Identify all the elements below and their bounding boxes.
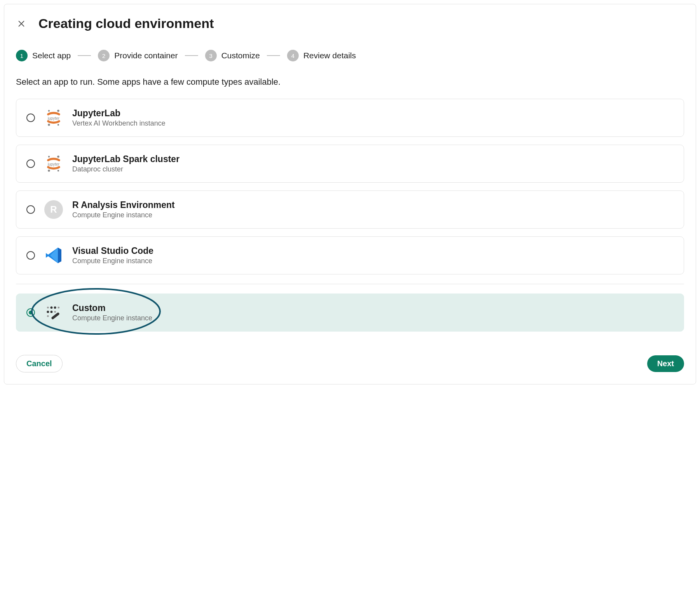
step-label: Customize <box>221 51 260 60</box>
svg-point-3 <box>57 110 59 112</box>
next-button[interactable]: Next <box>647 355 684 372</box>
dialog-title: Creating cloud environment <box>38 16 214 31</box>
svg-point-10 <box>48 169 50 172</box>
option-jupyterlab[interactable]: jupyter JupyterLab Vertex AI Workbench i… <box>16 99 684 137</box>
dialog-footer: Cancel Next <box>16 355 684 372</box>
option-subtitle: Vertex AI Workbench instance <box>72 119 165 128</box>
option-r-analysis[interactable]: R R Analysis Environment Compute Engine … <box>16 190 684 229</box>
step-customize[interactable]: 3 Customize <box>205 50 260 61</box>
step-badge: 3 <box>205 50 217 61</box>
option-title: JupyterLab Spark cluster <box>72 154 179 164</box>
svg-point-17 <box>47 311 49 313</box>
svg-point-2 <box>48 110 50 112</box>
r-icon: R <box>44 199 64 220</box>
step-connector <box>78 55 91 56</box>
svg-point-14 <box>50 306 53 309</box>
svg-point-19 <box>54 311 56 313</box>
option-text: JupyterLab Vertex AI Workbench instance <box>72 108 165 128</box>
stepper: 1 Select app 2 Provide container 3 Custo… <box>16 50 684 61</box>
step-connector <box>185 55 198 56</box>
option-subtitle: Compute Engine instance <box>72 257 153 265</box>
svg-text:jupyter: jupyter <box>47 116 60 121</box>
svg-point-11 <box>57 170 59 171</box>
option-title: R Analysis Environment <box>72 200 175 210</box>
jupyter-icon: jupyter <box>44 108 64 128</box>
radio-input[interactable] <box>26 308 35 317</box>
svg-point-16 <box>57 307 59 309</box>
svg-point-20 <box>47 315 49 317</box>
option-jupyterlab-spark[interactable]: jupyter JupyterLab Spark cluster Datapro… <box>16 145 684 183</box>
close-button[interactable] <box>16 18 27 29</box>
svg-point-7 <box>48 156 50 157</box>
option-title: Visual Studio Code <box>72 246 153 256</box>
step-label: Select app <box>32 51 71 60</box>
step-review-details[interactable]: 4 Review details <box>287 50 356 61</box>
option-text: Visual Studio Code Compute Engine instan… <box>72 246 153 265</box>
dialog-header: Creating cloud environment <box>16 16 684 31</box>
options-divider <box>16 284 684 284</box>
svg-point-15 <box>54 306 56 309</box>
option-subtitle: Dataproc cluster <box>72 165 179 173</box>
option-subtitle: Compute Engine instance <box>72 314 152 322</box>
option-text: Custom Compute Engine instance <box>72 303 152 322</box>
radio-input[interactable] <box>26 205 35 214</box>
app-options-list: jupyter JupyterLab Vertex AI Workbench i… <box>16 99 684 332</box>
r-letter: R <box>44 200 63 219</box>
step-label: Provide container <box>114 51 178 60</box>
svg-rect-21 <box>51 312 60 320</box>
option-custom[interactable]: Custom Compute Engine instance <box>16 294 684 332</box>
radio-input[interactable] <box>26 251 35 260</box>
svg-point-6 <box>57 124 59 126</box>
radio-input[interactable] <box>26 114 35 122</box>
svg-point-13 <box>47 307 49 309</box>
close-icon <box>17 19 26 28</box>
svg-point-8 <box>57 155 59 158</box>
create-cloud-env-dialog: Creating cloud environment 1 Select app … <box>4 4 696 384</box>
custom-icon <box>44 302 64 323</box>
step-select-app[interactable]: 1 Select app <box>16 50 71 61</box>
option-subtitle: Compute Engine instance <box>72 211 175 219</box>
cancel-button[interactable]: Cancel <box>16 355 63 372</box>
option-text: R Analysis Environment Compute Engine in… <box>72 200 175 219</box>
instruction-text: Select an app to run. Some apps have a f… <box>16 77 684 87</box>
svg-point-5 <box>48 124 50 126</box>
option-vscode[interactable]: Visual Studio Code Compute Engine instan… <box>16 236 684 274</box>
step-label: Review details <box>303 51 356 60</box>
step-badge: 1 <box>16 50 28 61</box>
step-badge: 2 <box>98 50 110 61</box>
option-text: JupyterLab Spark cluster Dataproc cluste… <box>72 154 179 173</box>
step-provide-container[interactable]: 2 Provide container <box>98 50 178 61</box>
radio-input[interactable] <box>26 159 35 168</box>
step-connector <box>267 55 280 56</box>
step-badge: 4 <box>287 50 299 61</box>
option-title: JupyterLab <box>72 108 165 119</box>
vscode-icon <box>44 245 64 266</box>
jupyter-icon: jupyter <box>44 154 64 174</box>
svg-text:jupyter: jupyter <box>47 162 60 166</box>
svg-point-18 <box>50 311 53 313</box>
option-title: Custom <box>72 303 152 313</box>
